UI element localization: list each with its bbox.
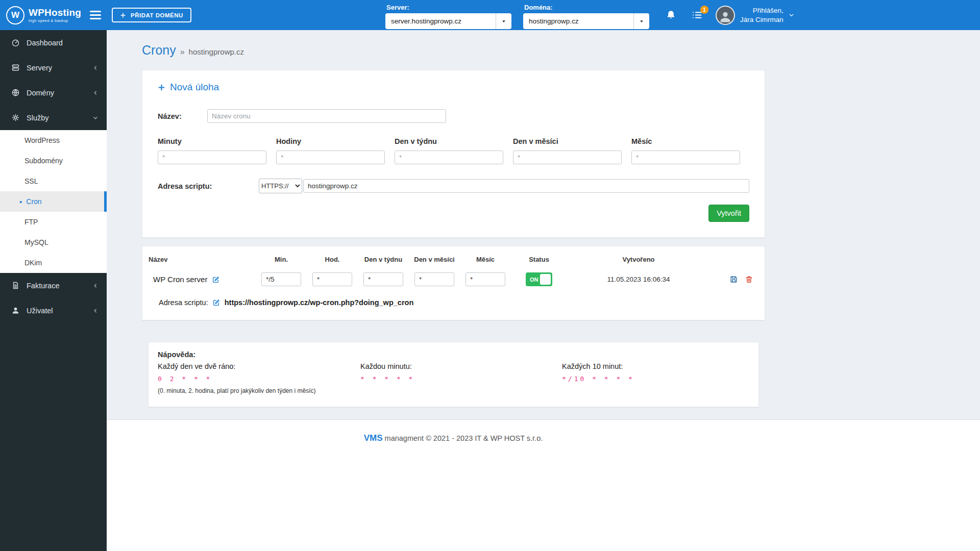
cron-table-row: WP Cron server ON <box>148 272 758 286</box>
edit-name-icon[interactable] <box>212 276 220 284</box>
plus-icon <box>120 12 126 18</box>
footer: VMSmanagment © 2021 - 2023 IT & WP HOST … <box>107 419 980 551</box>
server-label: Server: <box>386 4 511 11</box>
chevron-left-icon <box>92 90 99 96</box>
add-domain-button[interactable]: PŘIDAT DOMÉNU <box>112 8 191 22</box>
brand-tagline: high speed & backup <box>29 19 81 23</box>
chevron-left-icon <box>92 308 99 314</box>
cron-expression: * * * * * <box>360 375 562 383</box>
row-day-of-month-input[interactable] <box>414 272 454 286</box>
create-button[interactable]: Vytvořit <box>708 205 749 222</box>
plus-icon <box>158 84 165 91</box>
domain-group: Doména: hostingprowp.cz <box>523 3 649 29</box>
cron-script-line: Adresa scriptu: https://hostingprowp.cz/… <box>148 298 758 307</box>
brand-logo-icon: W <box>6 6 24 24</box>
caret-down-icon <box>496 13 511 29</box>
avatar[interactable] <box>716 6 735 25</box>
server-select[interactable]: server.hostingprowp.cz <box>385 13 511 29</box>
chevron-left-icon <box>92 65 99 71</box>
user-icon <box>11 306 20 315</box>
toggle-knob <box>540 274 551 285</box>
new-task-toggle[interactable]: Nová úloha <box>158 82 219 93</box>
save-icon <box>729 275 738 284</box>
row-min-input[interactable] <box>261 272 301 286</box>
delete-button[interactable] <box>745 275 753 284</box>
month-input[interactable] <box>631 151 740 164</box>
sidebar-item-dashboard[interactable]: Dashboard <box>0 30 107 55</box>
submenu-item-ftp[interactable]: FTP <box>0 212 107 232</box>
sidebar-item-domeny[interactable]: Domény <box>0 80 107 105</box>
cron-list-card: Název Min. Hod. Den v týdnu Den v měsíci… <box>142 246 765 320</box>
hours-input[interactable] <box>276 151 385 164</box>
sluzby-submenu: WordPress Subdomény SSL Cron FTP MySQL D… <box>0 130 107 273</box>
sidebar-item-fakturace[interactable]: Fakturace <box>0 273 107 298</box>
cron-name-label: Název: <box>158 112 207 120</box>
row-script-url: https://hostingprowp.cz/wp-cron.php?doin… <box>225 298 414 307</box>
row-month-input[interactable] <box>465 272 505 286</box>
sidebar-item-sluzby[interactable]: Služby <box>0 105 107 130</box>
save-button[interactable] <box>729 275 738 284</box>
breadcrumb-separator: » <box>180 47 185 57</box>
tasks-button[interactable]: 1 <box>690 8 704 22</box>
hours-label: Hodiny <box>276 137 385 145</box>
chevron-down-icon[interactable] <box>788 12 795 18</box>
submenu-item-wordpress[interactable]: WordPress <box>0 130 107 151</box>
page-title: Crony <box>142 43 176 58</box>
cron-name-input[interactable] <box>207 109 446 123</box>
minutes-label: Minuty <box>158 137 266 145</box>
domain-select-value: hostingprowp.cz <box>529 17 579 25</box>
user-menu[interactable]: Přihlášen, Jára Cimrman <box>740 6 783 24</box>
new-task-label: Nová úloha <box>170 82 219 93</box>
help-example-every-minute: Každou minutu: * * * * * <box>360 362 562 394</box>
notifications-button[interactable] <box>664 8 678 22</box>
new-cron-card: Nová úloha Název: Minuty Hodiny <box>142 70 765 238</box>
user-name: Jára Cimrman <box>740 15 783 24</box>
chevron-left-icon <box>92 283 99 289</box>
brand-name: WPHosting <box>29 8 81 17</box>
status-toggle-label: ON <box>530 277 538 283</box>
sidebar-toggle[interactable] <box>90 11 101 19</box>
header-right: 1 Přihlášen, Jára Cimrman <box>664 0 795 30</box>
edit-script-icon[interactable] <box>212 298 220 307</box>
row-hod-input[interactable] <box>312 272 352 286</box>
script-url-input[interactable] <box>303 179 749 193</box>
sidebar-item-servery[interactable]: Servery <box>0 55 107 80</box>
add-domain-label: PŘIDAT DOMÉNU <box>131 12 183 18</box>
dashboard-icon <box>11 38 20 47</box>
sidebar-item-uzivatel[interactable]: Uživatel <box>0 298 107 323</box>
domain-select[interactable]: hostingprowp.cz <box>523 13 649 29</box>
help-title: Nápověda: <box>158 350 749 359</box>
row-day-of-week-input[interactable] <box>363 272 403 286</box>
day-of-week-input[interactable] <box>395 151 503 164</box>
protocol-select[interactable]: HTTPS:// <box>259 179 302 193</box>
script-address-label: Adresa scriptu: <box>158 182 259 190</box>
help-example-every-10-minutes: Každých 10 minut: */10 * * * * <box>562 362 749 394</box>
submenu-item-mysql[interactable]: MySQL <box>0 232 107 253</box>
cron-expression: 0 2 * * * <box>158 375 360 383</box>
domain-label: Doména: <box>524 4 649 11</box>
day-of-month-label: Den v měsíci <box>513 137 622 145</box>
breadcrumb: Crony » hostingprowp.cz <box>142 43 980 58</box>
submenu-item-subdomeny[interactable]: Subdomény <box>0 151 107 171</box>
submenu-item-ssl[interactable]: SSL <box>0 171 107 191</box>
help-example-daily: Každý den ve dvě ráno: 0 2 * * * (0. min… <box>158 362 360 394</box>
server-select-value: server.hostingprowp.cz <box>391 17 461 25</box>
month-label: Měsíc <box>631 137 740 145</box>
submenu-item-dkim[interactable]: DKim <box>0 253 107 273</box>
day-of-month-input[interactable] <box>513 151 622 164</box>
user-status: Přihlášen, <box>753 6 783 15</box>
brand-logo[interactable]: W WPHosting high speed & backup <box>0 0 88 30</box>
cron-schedule-fields: Minuty Hodiny Den v týdnu Den v měsíci <box>158 137 749 164</box>
status-toggle[interactable]: ON <box>526 272 552 286</box>
cron-table-header: Název Min. Hod. Den v týdnu Den v měsíci… <box>148 256 758 263</box>
day-of-week-label: Den v týdnu <box>395 137 503 145</box>
bell-icon <box>666 10 676 20</box>
submenu-item-cron[interactable]: Cron <box>0 191 107 212</box>
cron-row-name: WP Cron server <box>153 275 207 284</box>
sidebar: Dashboard Servery Domény Služby <box>0 30 107 551</box>
caret-down-icon <box>633 13 649 29</box>
main-content: Crony » hostingprowp.cz Nová úloha Název… <box>107 30 980 551</box>
footer-text: managment © 2021 - 2023 IT & WP HOST s.r… <box>385 434 543 442</box>
minutes-input[interactable] <box>158 151 266 164</box>
breadcrumb-domain: hostingprowp.cz <box>189 47 244 56</box>
